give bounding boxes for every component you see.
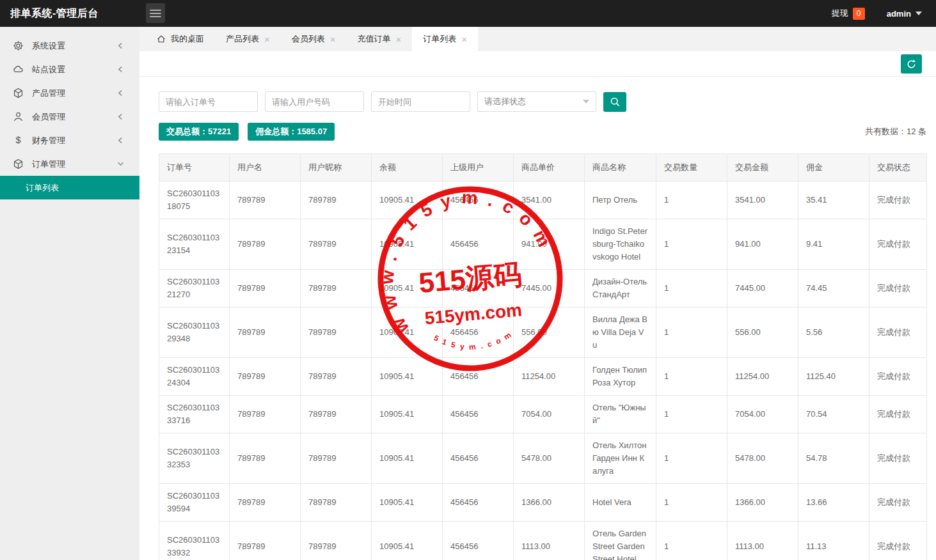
dollar-icon: $ [13, 135, 24, 146]
close-icon[interactable]: × [461, 35, 467, 44]
table-row: SC2603011033371678978978978910905.414564… [159, 396, 927, 433]
table-cell: Indigo St.Petersburg-Tchaikovskogo Hotel [585, 219, 656, 270]
home-icon [157, 35, 166, 43]
tab-label: 产品列表 [226, 33, 259, 45]
table-cell: SC26030110333716 [159, 396, 230, 433]
table-cell: 13.66 [798, 484, 869, 522]
filter-row: 请选择状态 [159, 91, 926, 112]
sidebar-item-label: 会员管理 [32, 111, 65, 123]
table-cell: 1125.40 [798, 358, 869, 396]
table-cell: 789789 [230, 270, 301, 307]
sidebar-item-label: 财务管理 [32, 135, 65, 146]
table-cell: 789789 [230, 182, 301, 219]
table-cell: 完成付款 [869, 219, 927, 270]
table-cell: 74.45 [798, 270, 869, 307]
table-cell: 456456 [443, 396, 514, 433]
column-header: 订单号 [159, 154, 230, 182]
close-icon[interactable]: × [396, 35, 402, 44]
table-cell: 789789 [301, 270, 372, 307]
table-cell: 789789 [301, 396, 372, 433]
column-header: 交易金额 [727, 154, 798, 182]
top-bar: 排单系统-管理后台 提现 0 admin [0, 0, 936, 27]
table-cell: 完成付款 [869, 522, 927, 560]
tab-order-list-active[interactable]: 订单列表 × [412, 27, 478, 51]
table-cell: 11254.00 [514, 358, 585, 396]
table-cell: Hotel Vera [585, 484, 656, 522]
table-row: SC2603011032315478978978978910905.414564… [159, 219, 927, 270]
summary-row: 交易总额：57221 佣金总额：1585.07 共有数据：12 条 [159, 123, 926, 141]
table-cell: 10905.41 [372, 358, 443, 396]
column-header: 用户昵称 [301, 154, 372, 182]
table-cell: Отель Хилтон Гарден Инн Калуга [585, 433, 656, 484]
table-row: SC2603011031807578978978978910905.414564… [159, 182, 927, 219]
withdraw-label: 提现 [832, 8, 848, 19]
table-cell: 10905.41 [372, 307, 443, 358]
start-time-input[interactable] [371, 91, 470, 112]
table-cell: 3541.00 [514, 182, 585, 219]
tab-member-list[interactable]: 会员列表 × [281, 27, 347, 51]
tab-recharge-orders[interactable]: 充值订单 × [347, 27, 413, 51]
table-cell: Петр Отель [585, 182, 656, 219]
status-select[interactable]: 请选择状态 [477, 91, 596, 112]
table-cell: 10905.41 [372, 433, 443, 484]
hamburger-icon [150, 9, 161, 18]
table-cell: 789789 [230, 522, 301, 560]
withdraw-menu[interactable]: 提现 0 [832, 8, 865, 20]
sidebar-item-order-management[interactable]: 订单管理 [0, 152, 139, 176]
sidebar-item-system-settings[interactable]: 系统设置 [0, 34, 139, 58]
app-title: 排单系统-管理后台 [0, 7, 99, 20]
close-icon[interactable]: × [264, 35, 270, 44]
table-cell: 789789 [230, 433, 301, 484]
refresh-button[interactable] [901, 54, 922, 74]
table-cell: 10905.41 [372, 522, 443, 560]
table-cell: 完成付款 [869, 396, 927, 433]
status-select-value: 请选择状态 [484, 96, 526, 107]
username: admin [887, 9, 911, 19]
table-cell: 789789 [301, 219, 372, 270]
user-menu[interactable]: admin [887, 9, 922, 19]
table-cell: 456456 [443, 307, 514, 358]
table-cell: 456456 [443, 219, 514, 270]
table-cell: 789789 [301, 182, 372, 219]
sidebar-item-member-management[interactable]: 会员管理 [0, 105, 139, 128]
table-cell: 7445.00 [727, 270, 798, 307]
table-cell: 456456 [443, 270, 514, 307]
chevron-down-icon [583, 100, 589, 104]
cube-icon [13, 159, 24, 169]
table-cell: SC26030110318075 [159, 182, 230, 219]
order-list-panel: 请选择状态 交易总额：57221 佣金总额：1585.07 共有数据：12 条 [139, 77, 936, 560]
withdraw-count-badge: 0 [853, 8, 865, 20]
table-cell: 3541.00 [727, 182, 798, 219]
order-no-input[interactable] [159, 91, 258, 112]
table-cell: 10905.41 [372, 396, 443, 433]
sidebar-item-order-list-active[interactable]: 订单列表 [0, 176, 139, 199]
column-header: 商品单价 [514, 154, 585, 182]
tab-product-list[interactable]: 产品列表 × [215, 27, 281, 51]
table-row: SC2603011032127078978978978910905.414564… [159, 270, 927, 307]
table-cell: Голден Тюлип Роза Хутор [585, 358, 656, 396]
sidebar-item-label: 系统设置 [32, 40, 65, 52]
tab-my-desktop[interactable]: 我的桌面 [146, 27, 215, 51]
table-cell: 789789 [301, 307, 372, 358]
sidebar-item-product-management[interactable]: 产品管理 [0, 81, 139, 105]
sidebar-item-site-settings[interactable]: 站点设置 [0, 58, 139, 81]
sidebar-item-finance-management[interactable]: $ 财务管理 [0, 128, 139, 152]
table-cell: 完成付款 [869, 182, 927, 219]
table-cell: 10905.41 [372, 182, 443, 219]
close-icon[interactable]: × [330, 35, 336, 44]
user-no-input[interactable] [265, 91, 364, 112]
table-cell: 789789 [301, 484, 372, 522]
svg-text:$: $ [15, 135, 20, 145]
table-cell: 完成付款 [869, 307, 927, 358]
sidebar: 系统设置 站点设置 产品管理 会员管理 [0, 27, 139, 560]
column-header: 交易状态 [869, 154, 927, 182]
table-cell: 完成付款 [869, 433, 927, 484]
table-cell: 70.54 [798, 396, 869, 433]
table-cell: 556.00 [514, 307, 585, 358]
sidebar-toggle-button[interactable] [146, 3, 165, 23]
table-cell: 1366.00 [514, 484, 585, 522]
search-button[interactable] [603, 92, 626, 112]
table-cell: SC26030110339594 [159, 484, 230, 522]
table-cell: 456456 [443, 182, 514, 219]
column-header: 交易数量 [656, 154, 727, 182]
